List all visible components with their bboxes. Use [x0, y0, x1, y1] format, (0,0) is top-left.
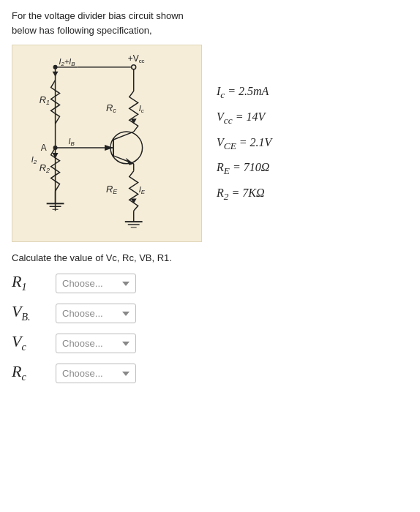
answer-row-vb: VB.Choose... — [12, 304, 408, 323]
circuit-diagram: +Vcc I2+IB R1 IB A — [12, 45, 202, 242]
svg-point-1 — [132, 65, 136, 69]
answer-select-rc[interactable]: Choose... — [56, 364, 136, 383]
svg-marker-17 — [53, 153, 59, 159]
svg-text:RE: RE — [106, 184, 118, 195]
svg-text:+Vcc: +Vcc — [128, 53, 145, 64]
svg-text:R2: R2 — [40, 162, 50, 174]
circuit-svg: +Vcc I2+IB R1 IB A — [18, 51, 194, 233]
calc-text: Calculate the value of Vc, Rc, VB, R1. — [12, 252, 408, 263]
svg-marker-12 — [105, 145, 113, 151]
svg-text:A: A — [41, 143, 47, 153]
svg-text:IB: IB — [68, 137, 75, 147]
spec-ic: Ic = 2.5mA — [217, 81, 271, 104]
answer-label-rc: Rc — [12, 364, 48, 383]
spec-re: RE = 710Ω — [217, 157, 271, 180]
answer-select-vb[interactable]: Choose... — [56, 304, 136, 323]
answer-row-rc: RcChoose... — [12, 364, 408, 383]
answer-select-r1[interactable]: Choose... — [56, 274, 136, 293]
answer-label-r1: R1 — [12, 274, 48, 293]
answers-container: R1Choose...VB.Choose...VcChoose...RcChoo… — [12, 274, 408, 383]
spec-vcc: Vcc = 14V — [217, 107, 271, 129]
svg-marker-8 — [53, 72, 59, 77]
svg-text:I2+IB: I2+IB — [59, 57, 76, 67]
svg-text:IE: IE — [139, 185, 146, 195]
intro-text: For the voltage divider bias circuit sho… — [12, 9, 408, 37]
answer-row-r1: R1Choose... — [12, 274, 408, 293]
svg-text:R1: R1 — [40, 94, 50, 106]
answer-label-vb: VB. — [12, 304, 48, 323]
answer-label-vc: Vc — [12, 334, 48, 353]
answer-row-vc: VcChoose... — [12, 334, 408, 353]
answer-select-vc[interactable]: Choose... — [56, 334, 136, 353]
spec-r2: R2 = 7KΩ — [217, 183, 271, 206]
spec-vce: VCE = 2.1V — [217, 132, 271, 155]
main-content: +Vcc I2+IB R1 IB A — [12, 45, 408, 242]
svg-text:I2: I2 — [31, 155, 37, 165]
specs-area: Ic = 2.5mA Vcc = 14V VCE = 2.1V RE = 710… — [209, 45, 271, 242]
svg-text:Ic: Ic — [139, 104, 144, 114]
svg-text:Rc: Rc — [106, 102, 116, 114]
